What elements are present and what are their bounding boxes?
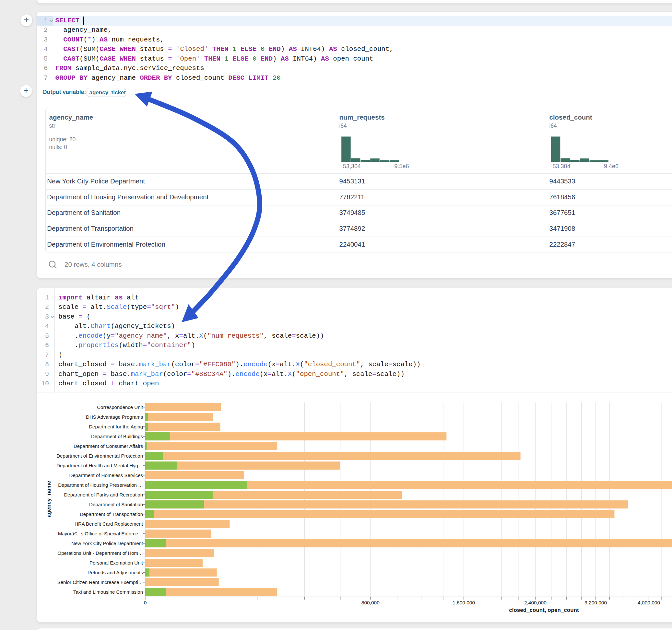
svg-text:New York City Police Departmen: New York City Police Department	[71, 540, 143, 546]
svg-text:2,400,000: 2,400,000	[524, 600, 547, 605]
svg-text:DHS Advantage Programs: DHS Advantage Programs	[86, 414, 143, 420]
svg-text:Correspondence Unit: Correspondence Unit	[97, 405, 143, 410]
svg-text:Department of Homeless Service: Department of Homeless Services	[69, 472, 143, 478]
svg-text:Department of Environmental Pr: Department of Environmental Protection	[56, 453, 143, 459]
svg-text:Refunds and Adjustments: Refunds and Adjustments	[88, 570, 143, 575]
svg-text:4,000,000: 4,000,000	[638, 600, 660, 605]
svg-text:Department of Housing Preserva: Department of Housing Preservation …	[58, 482, 143, 488]
svg-text:3,200,000: 3,200,000	[584, 600, 607, 605]
svg-text:Department of Parks and Recrea: Department of Parks and Recreation	[64, 492, 143, 498]
svg-text:Department of Sanitation: Department of Sanitation	[89, 502, 143, 507]
svg-text:Mayorâ€ s Office of Special: Mayorâ€ s Office of Special Enforce…	[58, 531, 143, 536]
svg-text:Department of Health and Menta: Department of Health and Mental Hyg…	[56, 463, 143, 468]
svg-text:0: 0	[144, 600, 147, 605]
svg-text:800,000: 800,000	[361, 600, 380, 605]
svg-text:Taxi and Limousine Commission: Taxi and Limousine Commission	[73, 589, 143, 595]
svg-text:agency_name: agency_name	[46, 481, 52, 517]
svg-text:Department of Transportation: Department of Transportation	[80, 511, 143, 517]
svg-text:HRA Benefit Card Replacement: HRA Benefit Card Replacement	[75, 521, 143, 527]
svg-text:closed_count, open_count: closed_count, open_count	[509, 607, 579, 613]
svg-text:Personal Exemption Unit: Personal Exemption Unit	[90, 560, 143, 565]
svg-text:Senior Citizen Rent Increase E: Senior Citizen Rent Increase Exempti…	[57, 579, 143, 585]
svg-text:Department for the Aging: Department for the Aging	[89, 424, 143, 429]
svg-text:Operations Unit - Department o: Operations Unit - Department of Hom…	[58, 550, 143, 556]
svg-text:Department of Consumer Affairs: Department of Consumer Affairs	[74, 443, 143, 449]
svg-text:Department of Buildings: Department of Buildings	[91, 434, 143, 439]
svg-text:1,600,000: 1,600,000	[453, 600, 475, 605]
